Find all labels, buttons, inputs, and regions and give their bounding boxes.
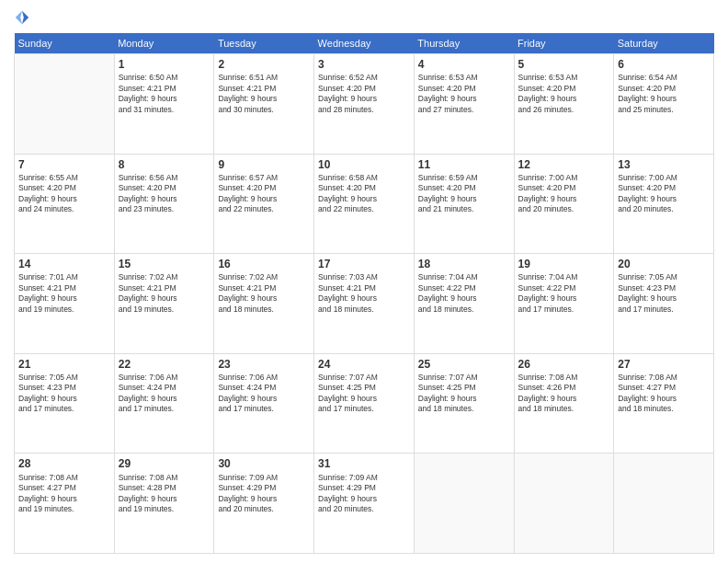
calendar-cell: 17Sunrise: 7:03 AM Sunset: 4:21 PM Dayli… (314, 254, 415, 354)
col-header-tuesday: Tuesday (214, 33, 314, 54)
calendar-cell: 13Sunrise: 7:00 AM Sunset: 4:20 PM Dayli… (614, 154, 714, 254)
calendar-cell: 20Sunrise: 7:05 AM Sunset: 4:23 PM Dayli… (614, 254, 714, 354)
day-number: 30 (218, 456, 310, 471)
day-info: Sunrise: 7:04 AM Sunset: 4:22 PM Dayligh… (418, 272, 510, 315)
calendar-week-row: 21Sunrise: 7:05 AM Sunset: 4:23 PM Dayli… (15, 353, 714, 454)
calendar-cell: 4Sunrise: 6:53 AM Sunset: 4:20 PM Daylig… (414, 54, 514, 155)
day-info: Sunrise: 7:00 AM Sunset: 4:20 PM Dayligh… (618, 173, 710, 215)
day-number: 21 (18, 357, 110, 372)
logo-icon (14, 9, 30, 26)
day-info: Sunrise: 7:09 AM Sunset: 4:29 PM Dayligh… (218, 473, 310, 515)
col-header-sunday: Sunday (15, 33, 115, 54)
day-number: 23 (218, 357, 310, 372)
day-number: 8 (119, 157, 210, 172)
day-info: Sunrise: 7:06 AM Sunset: 4:24 PM Dayligh… (218, 373, 310, 415)
calendar-cell: 31Sunrise: 7:09 AM Sunset: 4:29 PM Dayli… (314, 454, 415, 554)
calendar-cell: 21Sunrise: 7:05 AM Sunset: 4:23 PM Dayli… (15, 353, 115, 454)
calendar-week-row: 7Sunrise: 6:55 AM Sunset: 4:20 PM Daylig… (15, 154, 714, 254)
calendar-cell: 1Sunrise: 6:50 AM Sunset: 4:21 PM Daylig… (114, 54, 214, 155)
day-info: Sunrise: 7:08 AM Sunset: 4:27 PM Dayligh… (18, 473, 110, 515)
calendar-cell: 10Sunrise: 6:58 AM Sunset: 4:20 PM Dayli… (314, 154, 415, 254)
calendar-cell: 2Sunrise: 6:51 AM Sunset: 4:21 PM Daylig… (214, 54, 314, 155)
day-number: 9 (218, 157, 310, 172)
calendar-cell: 30Sunrise: 7:09 AM Sunset: 4:29 PM Dayli… (214, 454, 314, 554)
day-info: Sunrise: 6:59 AM Sunset: 4:20 PM Dayligh… (418, 173, 510, 215)
day-number: 4 (418, 57, 510, 72)
day-number: 11 (418, 157, 510, 172)
calendar-cell: 6Sunrise: 6:54 AM Sunset: 4:20 PM Daylig… (614, 54, 714, 155)
day-number: 10 (318, 157, 410, 172)
day-number: 17 (318, 257, 410, 271)
col-header-monday: Monday (114, 33, 214, 54)
calendar-cell: 23Sunrise: 7:06 AM Sunset: 4:24 PM Dayli… (214, 353, 314, 454)
day-info: Sunrise: 6:51 AM Sunset: 4:21 PM Dayligh… (218, 73, 310, 115)
calendar-cell (614, 454, 714, 554)
calendar-cell: 7Sunrise: 6:55 AM Sunset: 4:20 PM Daylig… (15, 154, 115, 254)
calendar-cell: 26Sunrise: 7:08 AM Sunset: 4:26 PM Dayli… (514, 353, 614, 454)
calendar-cell: 16Sunrise: 7:02 AM Sunset: 4:21 PM Dayli… (214, 254, 314, 354)
logo (14, 9, 34, 26)
day-info: Sunrise: 6:57 AM Sunset: 4:20 PM Dayligh… (218, 173, 310, 215)
calendar-week-row: 1Sunrise: 6:50 AM Sunset: 4:21 PM Daylig… (15, 54, 714, 155)
day-info: Sunrise: 7:09 AM Sunset: 4:29 PM Dayligh… (318, 473, 410, 515)
day-info: Sunrise: 7:04 AM Sunset: 4:22 PM Dayligh… (518, 272, 610, 315)
calendar-week-row: 14Sunrise: 7:01 AM Sunset: 4:21 PM Dayli… (15, 254, 714, 354)
day-number: 25 (418, 357, 510, 372)
day-info: Sunrise: 7:08 AM Sunset: 4:26 PM Dayligh… (518, 373, 610, 415)
calendar-cell (15, 54, 115, 155)
day-number: 15 (119, 257, 210, 271)
calendar-table: SundayMondayTuesdayWednesdayThursdayFrid… (14, 33, 714, 554)
day-number: 27 (618, 357, 710, 372)
day-info: Sunrise: 6:55 AM Sunset: 4:20 PM Dayligh… (18, 173, 110, 215)
day-number: 18 (418, 257, 510, 271)
day-info: Sunrise: 7:07 AM Sunset: 4:25 PM Dayligh… (318, 373, 410, 415)
page: SundayMondayTuesdayWednesdayThursdayFrid… (0, 0, 728, 563)
calendar-cell: 11Sunrise: 6:59 AM Sunset: 4:20 PM Dayli… (414, 154, 514, 254)
calendar-cell: 27Sunrise: 7:08 AM Sunset: 4:27 PM Dayli… (614, 353, 714, 454)
day-info: Sunrise: 7:08 AM Sunset: 4:27 PM Dayligh… (618, 373, 710, 415)
day-info: Sunrise: 6:50 AM Sunset: 4:21 PM Dayligh… (119, 73, 210, 115)
svg-marker-1 (16, 11, 22, 24)
day-info: Sunrise: 6:58 AM Sunset: 4:20 PM Dayligh… (318, 173, 410, 215)
calendar-cell: 19Sunrise: 7:04 AM Sunset: 4:22 PM Dayli… (514, 254, 614, 354)
calendar-cell (514, 454, 614, 554)
day-info: Sunrise: 6:53 AM Sunset: 4:20 PM Dayligh… (418, 73, 510, 115)
calendar-cell: 3Sunrise: 6:52 AM Sunset: 4:20 PM Daylig… (314, 54, 415, 155)
day-number: 31 (318, 456, 410, 471)
day-info: Sunrise: 7:05 AM Sunset: 4:23 PM Dayligh… (618, 272, 710, 315)
calendar-cell: 25Sunrise: 7:07 AM Sunset: 4:25 PM Dayli… (414, 353, 514, 454)
calendar-cell: 29Sunrise: 7:08 AM Sunset: 4:28 PM Dayli… (114, 454, 214, 554)
day-info: Sunrise: 7:02 AM Sunset: 4:21 PM Dayligh… (119, 272, 210, 315)
day-number: 7 (18, 157, 110, 172)
day-info: Sunrise: 6:52 AM Sunset: 4:20 PM Dayligh… (318, 73, 410, 115)
calendar-cell: 14Sunrise: 7:01 AM Sunset: 4:21 PM Dayli… (15, 254, 115, 354)
day-info: Sunrise: 7:00 AM Sunset: 4:20 PM Dayligh… (518, 173, 610, 215)
header (14, 9, 714, 26)
calendar-cell: 5Sunrise: 6:53 AM Sunset: 4:20 PM Daylig… (514, 54, 614, 155)
day-info: Sunrise: 7:03 AM Sunset: 4:21 PM Dayligh… (318, 272, 410, 315)
day-number: 14 (18, 257, 110, 271)
day-info: Sunrise: 7:01 AM Sunset: 4:21 PM Dayligh… (18, 272, 110, 315)
day-info: Sunrise: 7:06 AM Sunset: 4:24 PM Dayligh… (119, 373, 210, 415)
day-number: 26 (518, 357, 610, 372)
day-info: Sunrise: 7:07 AM Sunset: 4:25 PM Dayligh… (418, 373, 510, 415)
day-info: Sunrise: 6:54 AM Sunset: 4:20 PM Dayligh… (618, 73, 710, 115)
day-number: 12 (518, 157, 610, 172)
day-info: Sunrise: 7:08 AM Sunset: 4:28 PM Dayligh… (119, 473, 210, 515)
calendar-week-row: 28Sunrise: 7:08 AM Sunset: 4:27 PM Dayli… (15, 454, 714, 554)
day-number: 19 (518, 257, 610, 271)
day-number: 16 (218, 257, 310, 271)
day-info: Sunrise: 7:05 AM Sunset: 4:23 PM Dayligh… (18, 373, 110, 415)
day-number: 13 (618, 157, 710, 172)
col-header-saturday: Saturday (614, 33, 714, 54)
col-header-wednesday: Wednesday (314, 33, 415, 54)
calendar-cell: 9Sunrise: 6:57 AM Sunset: 4:20 PM Daylig… (214, 154, 314, 254)
day-number: 5 (518, 57, 610, 72)
calendar-cell: 28Sunrise: 7:08 AM Sunset: 4:27 PM Dayli… (15, 454, 115, 554)
day-number: 20 (618, 257, 710, 271)
day-number: 22 (119, 357, 210, 372)
calendar-header-row: SundayMondayTuesdayWednesdayThursdayFrid… (15, 33, 714, 54)
calendar-cell: 24Sunrise: 7:07 AM Sunset: 4:25 PM Dayli… (314, 353, 415, 454)
calendar-cell: 22Sunrise: 7:06 AM Sunset: 4:24 PM Dayli… (114, 353, 214, 454)
col-header-thursday: Thursday (414, 33, 514, 54)
